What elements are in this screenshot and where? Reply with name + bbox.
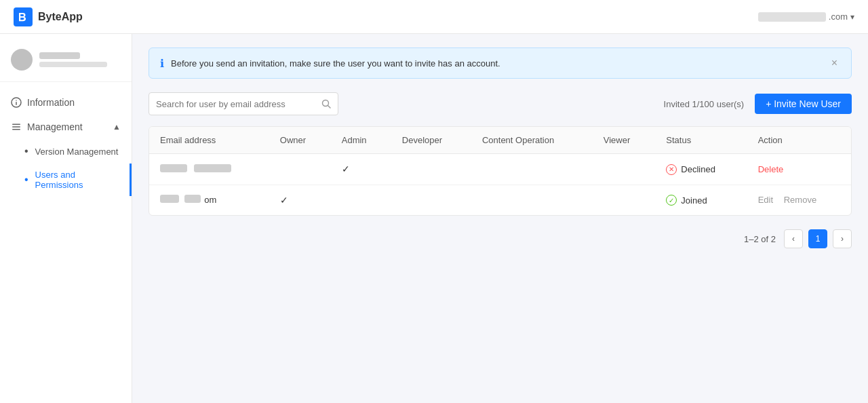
viewer-cell [593,154,656,185]
invite-new-user-button[interactable]: + Invite New User [755,94,852,114]
banner-left: ℹ Before you send an invitation, make su… [160,57,500,70]
sidebar-nav: Information Management ▲ Version Managem… [0,82,132,204]
joined-icon: ✓ [666,195,677,206]
content-operation-cell [471,185,593,215]
svg-rect-5 [12,126,20,128]
sidebar-sub-item-version-label: Version Management [35,147,119,157]
search-icon[interactable] [321,99,331,109]
svg-rect-2 [16,102,17,105]
topnav: ByteApp .com ▾ [0,0,868,34]
svg-rect-4 [12,124,20,126]
email-blur-2 [194,164,231,172]
developer-cell [391,154,471,185]
delete-button[interactable]: Delete [758,164,784,174]
user-suffix: .com [829,12,848,22]
sidebar-item-information-label: Information [27,97,75,108]
sidebar: Information Management ▲ Version Managem… [0,34,132,403]
col-developer: Developer [391,127,471,154]
user-name-blurred [39,52,80,59]
col-admin: Admin [331,127,391,154]
status-cell: ✓ Joined [655,185,747,215]
owner-cell [269,154,331,185]
svg-point-3 [16,100,17,101]
email-cell [149,154,269,185]
owner-cell: ✓ [269,185,331,215]
pagination-prev-button[interactable]: ‹ [784,229,803,248]
admin-checkmark: ✓ [342,164,350,174]
information-icon [11,97,22,108]
sidebar-item-management-label: Management [27,121,83,132]
users-table: Email address Owner Admin Developer Cont… [149,126,852,216]
svg-line-8 [328,106,331,109]
sidebar-item-version-management[interactable]: Version Management [0,139,132,164]
pagination-range: 1–2 of 2 [744,234,776,244]
col-action: Action [747,127,851,154]
active-indicator [130,164,132,196]
sidebar-item-information[interactable]: Information [0,90,132,115]
edit-button[interactable]: Edit [758,195,773,205]
search-input[interactable] [156,99,321,109]
invited-count: Invited 1/100 user(s) [664,99,745,109]
content-operation-cell [471,154,593,185]
user-email-blurred [758,12,826,22]
user-menu[interactable]: .com ▾ [758,12,854,22]
email-blur-1 [160,164,187,172]
chevron-up-icon: ▲ [113,122,121,132]
col-content-operation: Content Operation [471,127,593,154]
admin-cell: ✓ [331,154,391,185]
email-suffix: om [204,195,216,205]
email-cell: om [149,185,269,215]
sidebar-user [0,42,132,82]
user-id-blurred [39,62,107,67]
declined-text: Declined [681,164,715,174]
table-row: om ✓ ✓ Joined [149,185,851,215]
col-owner: Owner [269,127,331,154]
pagination: 1–2 of 2 ‹ 1 › [149,229,852,248]
avatar [11,49,33,71]
toolbar-right: Invited 1/100 user(s) + Invite New User [664,94,852,114]
table-header: Email address Owner Admin Developer Cont… [149,127,851,154]
developer-cell [391,185,471,215]
owner-checkmark: ✓ [280,195,288,206]
info-banner: ℹ Before you send an invitation, make su… [149,47,852,79]
banner-close-button[interactable]: × [829,56,840,70]
table-row: ✓ ✕ Declined Delete [149,154,851,185]
status-badge-declined: ✕ Declined [666,164,715,175]
byteapp-logo-icon [14,7,33,26]
col-email: Email address [149,127,269,154]
search-box[interactable] [149,92,338,115]
sidebar-sub-item-users-label: Users and Permissions [35,170,121,190]
toolbar: Invited 1/100 user(s) + Invite New User [149,92,852,115]
svg-rect-6 [12,129,20,130]
status-cell: ✕ Declined [655,154,747,185]
sidebar-item-users-permissions[interactable]: Users and Permissions [0,164,132,196]
chevron-down-icon: ▾ [850,12,854,22]
pagination-page-1-button[interactable]: 1 [808,229,827,248]
declined-icon: ✕ [666,164,677,175]
joined-text: Joined [681,195,707,206]
app-name: ByteApp [38,11,83,23]
action-cell: Edit Remove [747,185,851,215]
banner-text: Before you send an invitation, make sure… [171,58,500,69]
remove-button[interactable]: Remove [784,195,816,205]
sidebar-user-info [39,52,107,67]
status-badge-joined: ✓ Joined [666,195,707,206]
action-cell: Delete [747,154,851,185]
sidebar-item-management[interactable]: Management ▲ [0,115,132,139]
email-blur-3 [160,195,179,203]
col-viewer: Viewer [593,127,656,154]
info-icon: ℹ [160,57,164,70]
col-status: Status [655,127,747,154]
management-icon [11,121,22,132]
main-content: ℹ Before you send an invitation, make su… [132,34,868,403]
viewer-cell [593,185,656,215]
app-logo[interactable]: ByteApp [14,7,83,26]
email-blur-4 [184,195,201,203]
pagination-next-button[interactable]: › [833,229,852,248]
admin-cell [331,185,391,215]
